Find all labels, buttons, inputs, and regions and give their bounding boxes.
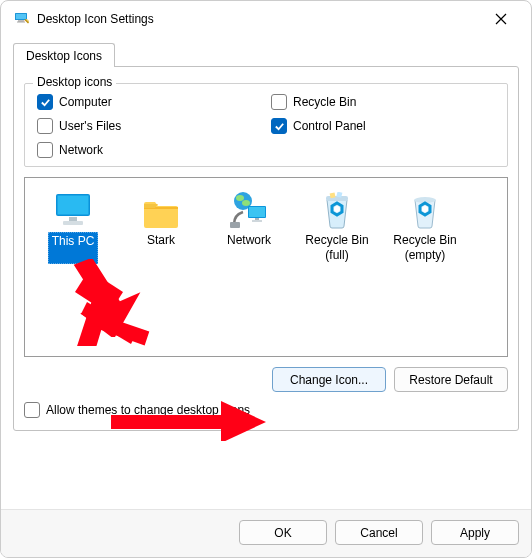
icon-preview-list: This PC Stark [24,177,508,357]
icon-this-pc[interactable]: This PC [29,188,117,266]
svg-rect-20 [330,192,336,198]
svg-point-22 [334,206,340,212]
checkbox-label: Allow themes to change desktop icons [46,403,250,417]
app-icon [13,10,37,29]
icon-recycle-full[interactable]: Recycle Bin (full) [293,188,381,266]
svg-rect-16 [255,218,259,220]
network-icon [205,190,293,230]
checkbox-input[interactable] [37,118,53,134]
icon-recycle-empty[interactable]: Recycle Bin (empty) [381,188,469,266]
close-button[interactable] [491,5,519,33]
svg-rect-3 [17,21,25,22]
checkbox-input[interactable] [37,94,53,110]
checkbox-input[interactable] [24,402,40,418]
desktop-icons-group: Desktop icons Computer Recycle Bin User'… [24,83,508,167]
recycle-bin-full-icon [293,190,381,230]
checkbox-control-panel[interactable]: Control Panel [271,118,495,134]
icon-label: Network [224,232,274,264]
cancel-button[interactable]: Cancel [335,520,423,545]
checkbox-label: Computer [59,95,112,109]
icon-label: This PC [48,232,99,264]
checkbox-users-files[interactable]: User's Files [37,118,261,134]
icon-label: Stark [144,232,178,264]
icon-label: Recycle Bin (full) [293,232,381,264]
checkbox-label: Network [59,143,103,157]
svg-rect-9 [69,217,77,221]
ok-button[interactable]: OK [239,520,327,545]
checkbox-network[interactable]: Network [37,142,261,158]
dialog-footer: OK Cancel Apply [1,509,531,557]
svg-point-12 [236,195,244,201]
svg-rect-17 [252,220,262,222]
checkbox-input[interactable] [37,142,53,158]
checkbox-input[interactable] [271,118,287,134]
window-title: Desktop Icon Settings [37,12,154,26]
dialog-window: Desktop Icon Settings Desktop Icons Desk… [0,0,532,558]
icon-label: Recycle Bin (empty) [381,232,469,264]
svg-rect-19 [326,196,348,201]
apply-button[interactable]: Apply [431,520,519,545]
svg-point-24 [422,206,428,212]
restore-default-button[interactable]: Restore Default [394,367,508,392]
checkbox-computer[interactable]: Computer [37,94,261,110]
svg-point-13 [242,200,250,206]
checkbox-label: Control Panel [293,119,366,133]
svg-rect-8 [58,196,89,215]
monitor-icon [29,190,117,230]
group-legend: Desktop icons [33,75,116,89]
icon-network[interactable]: Network [205,188,293,266]
svg-rect-1 [16,14,26,19]
checkbox-label: Recycle Bin [293,95,356,109]
checkbox-recycle-bin[interactable]: Recycle Bin [271,94,495,110]
svg-rect-2 [18,20,24,21]
folder-icon [117,190,205,230]
recycle-bin-empty-icon [381,190,469,230]
checkbox-label: User's Files [59,119,121,133]
checkbox-allow-themes[interactable]: Allow themes to change desktop icons [24,402,508,418]
change-icon-button[interactable]: Change Icon... [272,367,386,392]
svg-rect-15 [249,207,265,217]
titlebar: Desktop Icon Settings [1,1,531,37]
tab-desktop-icons[interactable]: Desktop Icons [13,43,115,67]
svg-rect-18 [230,222,240,228]
tab-panel: Desktop icons Computer Recycle Bin User'… [13,66,519,431]
checkbox-input[interactable] [271,94,287,110]
svg-rect-10 [63,221,83,225]
icon-user-folder[interactable]: Stark [117,188,205,266]
